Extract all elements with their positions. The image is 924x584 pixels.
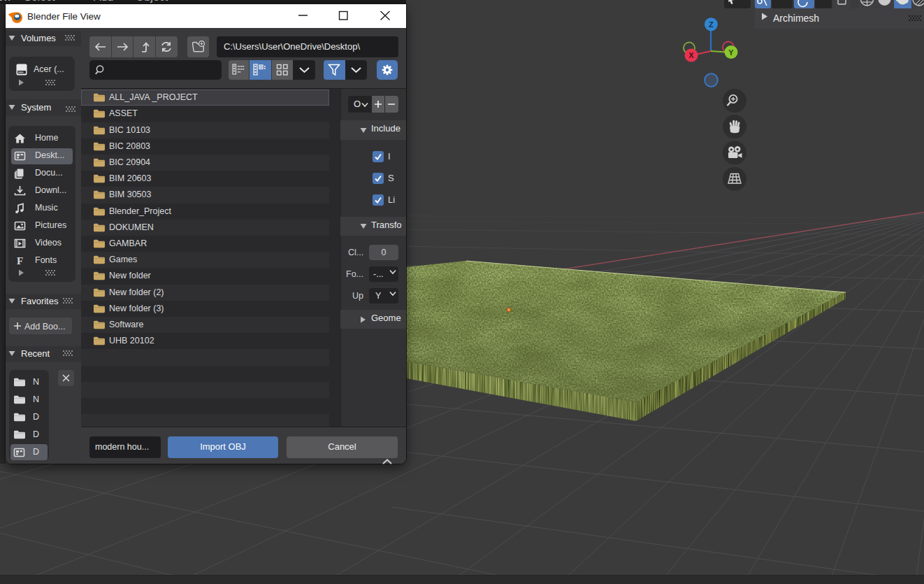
svg-text:F: F: [17, 255, 23, 266]
svg-text:Z: Z: [709, 20, 714, 29]
svg-text:X: X: [688, 51, 694, 59]
svg-text:Y: Y: [728, 48, 734, 57]
